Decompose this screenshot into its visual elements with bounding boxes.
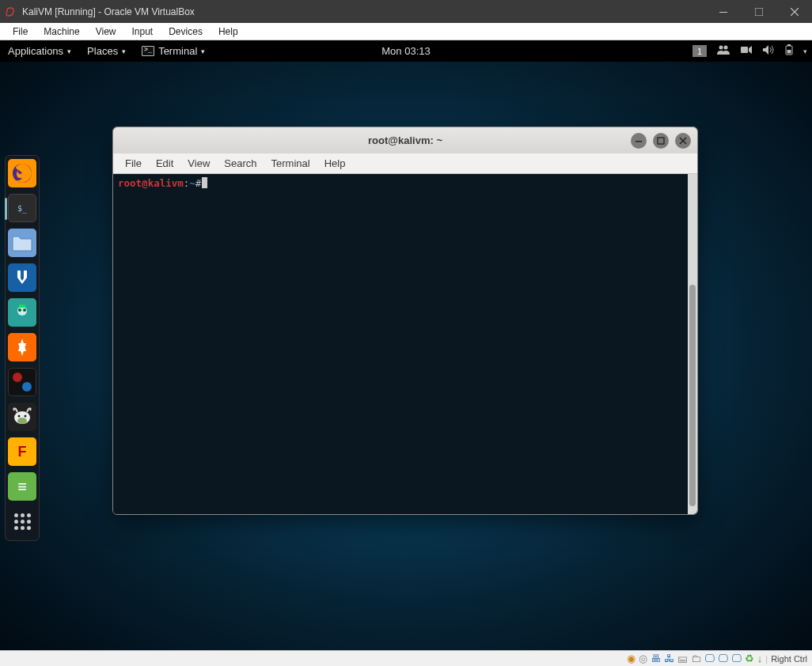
- terminal-menu-search[interactable]: Search: [217, 157, 264, 169]
- svg-rect-6: [787, 44, 791, 46]
- terminal-scrollbar[interactable]: [688, 174, 697, 514]
- virtualbox-titlebar: KaliVM [Running] - Oracle VM VirtualBox: [0, 0, 812, 23]
- menu-machine[interactable]: Machine: [36, 26, 87, 37]
- places-menu[interactable]: Places: [79, 45, 134, 57]
- status-usb-icon[interactable]: 🖴: [677, 653, 688, 664]
- users-icon[interactable]: [716, 44, 730, 58]
- clock-text: Mon 03:13: [381, 45, 430, 57]
- terminal-menu-edit[interactable]: Edit: [149, 157, 180, 169]
- dock-app-leafpad[interactable]: [8, 472, 36, 501]
- prompt-path: ~: [189, 177, 195, 189]
- status-network-icon[interactable]: 🖧: [664, 653, 674, 664]
- svg-point-17: [25, 415, 27, 418]
- svg-rect-19: [658, 138, 664, 144]
- svg-point-10: [18, 308, 21, 312]
- svg-point-16: [18, 415, 21, 418]
- terminal-menu-view[interactable]: View: [180, 157, 217, 169]
- terminal-menu-terminal[interactable]: Terminal: [264, 157, 317, 169]
- dock-app-maltego[interactable]: [8, 368, 36, 396]
- menu-devices[interactable]: Devices: [161, 26, 211, 37]
- menu-input[interactable]: Input: [124, 26, 161, 37]
- svg-rect-18: [636, 141, 642, 142]
- virtualbox-statusbar: ◉ ◎ 🖶 🖧 🖴 🗀 🖵 🖵 🖵 ♻ ↓ | Right Ctrl: [0, 650, 812, 666]
- terminal-window[interactable]: root@kalivm: ~ File Edit View Search Ter…: [112, 127, 698, 515]
- clock[interactable]: Mon 03:13: [374, 45, 438, 57]
- active-app-indicator[interactable]: Terminal: [134, 45, 213, 57]
- window-title: KaliVM [Running] - Oracle VM VirtualBox: [22, 6, 705, 17]
- svg-rect-0: [719, 12, 727, 13]
- status-separator: |: [765, 654, 768, 664]
- dock-app-armitage[interactable]: [8, 298, 36, 327]
- terminal-menubar: File Edit View Search Terminal Help: [113, 153, 697, 174]
- status-mouse-icon[interactable]: ↓: [757, 653, 763, 664]
- volume-icon[interactable]: [762, 44, 775, 58]
- prompt-user: root: [118, 177, 142, 189]
- svg-rect-4: [741, 47, 748, 53]
- battery-icon[interactable]: [784, 44, 794, 58]
- minimize-button[interactable]: [705, 0, 741, 23]
- status-host-key: Right Ctrl: [771, 654, 807, 664]
- applications-menu[interactable]: Applications: [0, 45, 79, 57]
- terminal-titlebar[interactable]: root@kalivm: ~: [113, 127, 697, 153]
- status-guest-additions-icon[interactable]: ♻: [745, 653, 754, 664]
- prompt-host: kalivm: [148, 177, 184, 189]
- svg-point-11: [23, 308, 26, 312]
- prompt-at: @: [142, 177, 148, 189]
- svg-point-3: [724, 46, 728, 50]
- virtualbox-menubar: File Machine View Input Devices Help: [0, 23, 812, 40]
- status-shared-folder-icon[interactable]: 🗀: [691, 653, 701, 664]
- terminal-title: root@kalivm: ~: [368, 134, 442, 146]
- dock-app-faraday[interactable]: F: [8, 437, 36, 466]
- status-display-icon[interactable]: 🖵: [704, 653, 715, 664]
- terminal-scrollbar-thumb[interactable]: [689, 285, 696, 506]
- dock-app-metasploit[interactable]: [8, 263, 36, 292]
- terminal-menu-file[interactable]: File: [118, 157, 149, 169]
- workspace-indicator[interactable]: 1: [692, 45, 707, 57]
- active-app-label: Terminal: [158, 45, 197, 57]
- dock-app-beef[interactable]: [8, 403, 36, 431]
- gnome-top-bar: Applications Places Terminal Mon 03:13 1: [0, 40, 812, 62]
- applications-label: Applications: [8, 45, 63, 57]
- terminal-close-button[interactable]: [675, 133, 691, 149]
- terminal-cursor: [202, 177, 207, 188]
- dock-app-show-apps[interactable]: [8, 507, 36, 535]
- dock-app-burp[interactable]: [8, 333, 36, 361]
- status-display2-icon[interactable]: 🖵: [731, 653, 742, 664]
- svg-point-2: [719, 46, 723, 50]
- svg-rect-1: [755, 8, 763, 16]
- svg-rect-7: [787, 50, 791, 54]
- dock-app-terminal[interactable]: $_: [8, 194, 36, 222]
- status-audio-icon[interactable]: 🖶: [651, 653, 661, 664]
- dock: $_ F: [5, 155, 40, 541]
- system-menu-icon[interactable]: ▾: [803, 47, 807, 55]
- close-button[interactable]: [776, 0, 812, 23]
- video-icon[interactable]: [740, 44, 753, 58]
- places-label: Places: [87, 45, 118, 57]
- menu-view[interactable]: View: [88, 26, 124, 37]
- prompt-hash: #: [195, 177, 202, 189]
- terminal-minimize-button[interactable]: [631, 133, 647, 149]
- status-optical-icon[interactable]: ◎: [639, 653, 647, 664]
- terminal-maximize-button[interactable]: [653, 133, 669, 149]
- svg-rect-12: [19, 305, 25, 308]
- terminal-menu-help[interactable]: Help: [317, 157, 353, 169]
- status-videocap-icon[interactable]: 🖵: [718, 653, 728, 664]
- menu-file[interactable]: File: [5, 26, 36, 37]
- menu-help[interactable]: Help: [211, 26, 246, 37]
- terminal-content[interactable]: root@kalivm:~#: [113, 174, 688, 514]
- svg-point-15: [17, 418, 27, 424]
- dock-app-firefox[interactable]: [8, 159, 36, 187]
- dock-app-files[interactable]: [8, 229, 36, 257]
- status-harddisk-icon[interactable]: ◉: [627, 653, 636, 664]
- terminal-icon: [142, 46, 154, 56]
- virtualbox-icon: [5, 6, 17, 18]
- maximize-button[interactable]: [741, 0, 776, 23]
